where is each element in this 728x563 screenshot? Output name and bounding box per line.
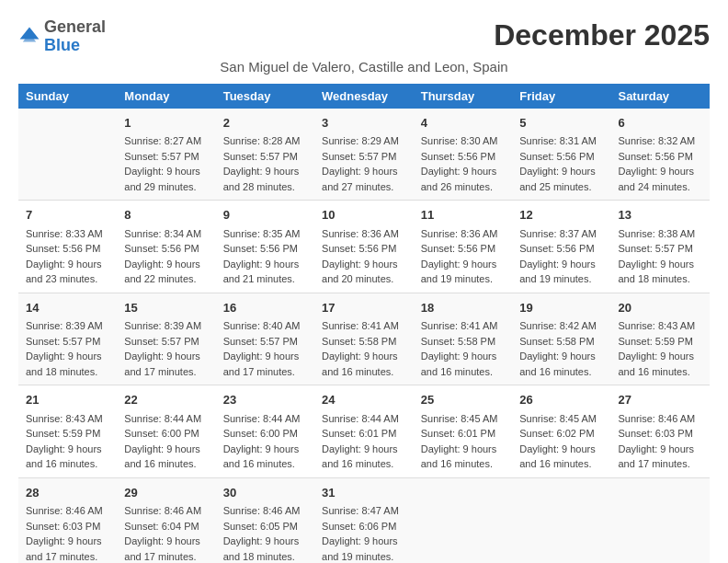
day-number: 2 <box>223 114 307 132</box>
day-sunset: Sunset: 6:04 PM <box>124 521 199 532</box>
day-sunset: Sunset: 6:06 PM <box>322 521 396 532</box>
day-daylight: Daylight: 9 hours and 17 minutes. <box>124 350 200 377</box>
day-daylight: Daylight: 9 hours and 17 minutes. <box>618 443 694 470</box>
day-number: 13 <box>618 206 702 224</box>
calendar-cell: 14 Sunrise: 8:39 AM Sunset: 5:57 PM Dayl… <box>18 293 117 385</box>
calendar-cell: 4 Sunrise: 8:30 AM Sunset: 5:56 PM Dayli… <box>414 109 512 201</box>
day-sunrise: Sunrise: 8:28 AM <box>223 135 301 146</box>
day-sunrise: Sunrise: 8:41 AM <box>421 320 498 331</box>
day-daylight: Daylight: 9 hours and 16 minutes. <box>322 350 398 377</box>
day-sunset: Sunset: 6:00 PM <box>223 428 298 439</box>
calendar-cell: 7 Sunrise: 8:33 AM Sunset: 5:56 PM Dayli… <box>18 201 117 293</box>
day-daylight: Daylight: 9 hours and 23 minutes. <box>26 259 102 285</box>
day-sunrise: Sunrise: 8:36 AM <box>322 228 399 239</box>
day-number: 24 <box>322 391 406 409</box>
day-daylight: Daylight: 9 hours and 29 minutes. <box>124 166 200 192</box>
day-sunrise: Sunrise: 8:36 AM <box>421 228 498 239</box>
calendar-cell: 15 Sunrise: 8:39 AM Sunset: 5:57 PM Dayl… <box>117 293 215 385</box>
day-sunset: Sunset: 5:58 PM <box>519 336 594 347</box>
day-sunset: Sunset: 5:56 PM <box>618 151 692 162</box>
day-sunset: Sunset: 6:03 PM <box>618 428 692 439</box>
day-number: 11 <box>421 206 505 224</box>
col-friday: Friday <box>512 84 610 109</box>
calendar-cell <box>512 477 610 563</box>
col-sunday: Sunday <box>18 84 117 109</box>
day-sunrise: Sunrise: 8:37 AM <box>519 228 597 239</box>
day-sunrise: Sunrise: 8:44 AM <box>322 413 399 424</box>
day-number: 23 <box>223 391 307 409</box>
calendar-cell <box>414 477 512 563</box>
day-number: 15 <box>124 299 208 317</box>
calendar-cell: 22 Sunrise: 8:44 AM Sunset: 6:00 PM Dayl… <box>117 385 215 478</box>
day-number: 8 <box>124 206 208 224</box>
day-sunrise: Sunrise: 8:35 AM <box>223 228 301 239</box>
subtitle: San Miguel de Valero, Castille and Leon,… <box>18 59 710 75</box>
calendar-cell: 28 Sunrise: 8:46 AM Sunset: 6:03 PM Dayl… <box>18 477 117 563</box>
day-number: 12 <box>519 206 603 224</box>
day-sunset: Sunset: 5:57 PM <box>322 151 396 162</box>
calendar-cell: 25 Sunrise: 8:45 AM Sunset: 6:01 PM Dayl… <box>414 385 512 478</box>
day-sunrise: Sunrise: 8:34 AM <box>124 228 201 239</box>
day-sunset: Sunset: 5:59 PM <box>26 428 100 439</box>
day-number: 16 <box>223 299 307 317</box>
calendar-cell: 29 Sunrise: 8:46 AM Sunset: 6:04 PM Dayl… <box>117 477 215 563</box>
day-number: 3 <box>322 114 406 132</box>
day-daylight: Daylight: 9 hours and 16 minutes. <box>322 443 398 470</box>
day-daylight: Daylight: 9 hours and 16 minutes. <box>519 443 596 470</box>
day-daylight: Daylight: 9 hours and 21 minutes. <box>223 259 300 285</box>
day-sunrise: Sunrise: 8:40 AM <box>223 320 301 331</box>
day-daylight: Daylight: 9 hours and 16 minutes. <box>421 350 497 377</box>
calendar-cell: 24 Sunrise: 8:44 AM Sunset: 6:01 PM Dayl… <box>314 385 414 478</box>
calendar-cell: 27 Sunrise: 8:46 AM Sunset: 6:03 PM Dayl… <box>610 385 710 478</box>
day-sunset: Sunset: 5:56 PM <box>421 243 495 254</box>
day-daylight: Daylight: 9 hours and 16 minutes. <box>26 443 102 470</box>
day-sunrise: Sunrise: 8:47 AM <box>322 505 399 516</box>
day-daylight: Daylight: 9 hours and 16 minutes. <box>519 350 596 377</box>
calendar-cell <box>18 109 117 201</box>
day-sunset: Sunset: 5:56 PM <box>421 151 495 162</box>
calendar-cell: 31 Sunrise: 8:47 AM Sunset: 6:06 PM Dayl… <box>314 477 414 563</box>
calendar-cell: 26 Sunrise: 8:45 AM Sunset: 6:02 PM Dayl… <box>512 385 610 478</box>
day-daylight: Daylight: 9 hours and 22 minutes. <box>124 259 200 285</box>
calendar-week-row: 28 Sunrise: 8:46 AM Sunset: 6:03 PM Dayl… <box>18 477 710 563</box>
calendar-cell: 23 Sunrise: 8:44 AM Sunset: 6:00 PM Dayl… <box>216 385 314 478</box>
day-sunrise: Sunrise: 8:45 AM <box>421 413 498 424</box>
day-daylight: Daylight: 9 hours and 16 minutes. <box>124 443 200 470</box>
day-daylight: Daylight: 9 hours and 16 minutes. <box>421 443 497 470</box>
day-daylight: Daylight: 9 hours and 17 minutes. <box>124 535 200 562</box>
calendar-cell: 18 Sunrise: 8:41 AM Sunset: 5:58 PM Dayl… <box>414 293 512 385</box>
day-number: 26 <box>519 391 603 409</box>
calendar-cell: 6 Sunrise: 8:32 AM Sunset: 5:56 PM Dayli… <box>610 109 710 201</box>
day-number: 19 <box>519 299 603 317</box>
day-daylight: Daylight: 9 hours and 28 minutes. <box>223 166 300 192</box>
day-daylight: Daylight: 9 hours and 20 minutes. <box>322 259 398 285</box>
day-sunset: Sunset: 5:56 PM <box>26 243 100 254</box>
calendar-cell: 30 Sunrise: 8:46 AM Sunset: 6:05 PM Dayl… <box>216 477 314 563</box>
day-number: 1 <box>124 114 208 132</box>
day-number: 31 <box>322 484 406 502</box>
day-sunrise: Sunrise: 8:39 AM <box>124 320 201 331</box>
day-sunset: Sunset: 5:57 PM <box>618 243 692 254</box>
day-number: 20 <box>618 299 702 317</box>
day-daylight: Daylight: 9 hours and 16 minutes. <box>618 350 694 377</box>
day-sunset: Sunset: 5:56 PM <box>322 243 396 254</box>
day-daylight: Daylight: 9 hours and 18 minutes. <box>26 350 102 377</box>
day-number: 10 <box>322 206 406 224</box>
day-number: 7 <box>26 206 109 224</box>
day-sunrise: Sunrise: 8:44 AM <box>124 413 201 424</box>
day-sunset: Sunset: 5:57 PM <box>223 336 298 347</box>
day-sunset: Sunset: 5:57 PM <box>124 151 199 162</box>
day-daylight: Daylight: 9 hours and 16 minutes. <box>223 443 300 470</box>
calendar-cell: 21 Sunrise: 8:43 AM Sunset: 5:59 PM Dayl… <box>18 385 117 478</box>
day-sunset: Sunset: 5:56 PM <box>124 243 199 254</box>
day-sunrise: Sunrise: 8:32 AM <box>618 135 695 146</box>
day-sunrise: Sunrise: 8:46 AM <box>124 505 201 516</box>
day-number: 4 <box>421 114 505 132</box>
day-sunset: Sunset: 5:58 PM <box>421 336 495 347</box>
calendar-header-row: Sunday Monday Tuesday Wednesday Thursday… <box>18 84 710 109</box>
title-section: December 2025 <box>494 18 710 52</box>
day-sunrise: Sunrise: 8:46 AM <box>26 505 103 516</box>
col-saturday: Saturday <box>610 84 710 109</box>
day-sunset: Sunset: 5:58 PM <box>322 336 396 347</box>
day-sunrise: Sunrise: 8:39 AM <box>26 320 103 331</box>
